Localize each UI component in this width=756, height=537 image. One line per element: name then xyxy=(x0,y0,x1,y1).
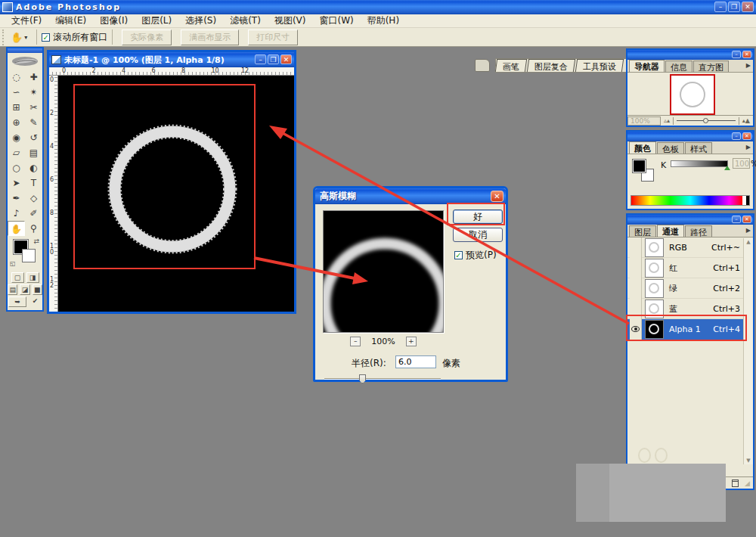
eraser-tool[interactable]: ▱ xyxy=(8,145,25,160)
visibility-toggle[interactable] xyxy=(630,299,642,319)
navigator-tab-2[interactable]: 信息 xyxy=(665,61,692,72)
navigator-zoom-slider[interactable] xyxy=(673,117,739,125)
color-tab-3[interactable]: 样式 xyxy=(685,142,712,154)
tool-preset-caret-icon[interactable]: ▾ xyxy=(24,34,27,41)
healing-brush-tool[interactable]: ⊕ xyxy=(8,115,25,130)
palette-menu-icon[interactable]: ▶ xyxy=(746,227,751,234)
magic-wand-tool[interactable]: ✴ xyxy=(25,85,42,100)
brushes-file-icon[interactable] xyxy=(475,59,490,72)
channels-tab-1[interactable]: 图层 xyxy=(629,225,656,237)
palette-close-button[interactable]: ✕ xyxy=(742,132,751,140)
document-titlebar[interactable]: 未标题-1 @ 100% (图层 1, Alpha 1/8) – ❐ ✕ xyxy=(49,52,294,67)
zoom-out-icon[interactable]: ▵▴ xyxy=(664,117,670,124)
ok-button[interactable]: 好 xyxy=(453,210,503,224)
elliptical-marquee-tool[interactable]: ◌ xyxy=(8,70,25,85)
move-tool[interactable]: ✚ xyxy=(25,70,42,85)
well-tab[interactable]: 画笔 xyxy=(495,59,527,72)
navigator-proxy-view[interactable] xyxy=(670,74,715,115)
color-tab-2[interactable]: 色板 xyxy=(657,142,684,154)
channels-scrollbar[interactable]: ▲ ▼ xyxy=(743,238,753,464)
palette-minimize-button[interactable]: – xyxy=(732,216,741,223)
zoom-in-icon[interactable]: ▴▲ xyxy=(742,117,750,124)
menu-item[interactable]: 窗口(W) xyxy=(312,14,360,28)
delete-channel-icon[interactable] xyxy=(732,480,739,487)
menu-item[interactable]: 选择(S) xyxy=(178,14,223,28)
doc-close-button[interactable]: ✕ xyxy=(280,54,292,64)
palette-titlebar[interactable]: – ✕ xyxy=(627,50,753,60)
channel-row[interactable]: 绿Ctrl+2 xyxy=(627,278,753,299)
palette-minimize-button[interactable]: – xyxy=(732,132,741,140)
jump-to-imageready-button[interactable]: ➥ xyxy=(8,296,26,307)
fullscreen-button[interactable]: ■ xyxy=(33,284,42,295)
channels-tab-3[interactable]: 路径 xyxy=(685,225,712,237)
k-slider-thumb[interactable] xyxy=(724,166,730,170)
dialog-close-button[interactable]: ✕ xyxy=(491,191,503,202)
minimize-button[interactable]: – xyxy=(714,2,727,12)
zoom-preset-button[interactable]: 实际像素 xyxy=(122,29,172,45)
audio-annotation-tool[interactable]: ♪ xyxy=(8,206,25,221)
shape-tool[interactable]: ◇ xyxy=(25,191,42,206)
visibility-toggle[interactable] xyxy=(630,319,642,340)
menu-item[interactable]: 图层(L) xyxy=(135,14,178,28)
checkbox-checked-icon[interactable]: ✓ xyxy=(454,251,463,259)
navigator-tab-3[interactable]: 直方图 xyxy=(693,61,729,72)
close-button[interactable]: ✕ xyxy=(742,2,754,12)
menu-item[interactable]: 编辑(E) xyxy=(48,14,93,28)
dodge-tool[interactable]: ◐ xyxy=(25,160,42,175)
history-brush-tool[interactable]: ↺ xyxy=(25,130,42,145)
palette-menu-icon[interactable]: ▶ xyxy=(746,62,751,69)
channel-row[interactable]: 红Ctrl+1 xyxy=(627,258,753,278)
channels-tab-2[interactable]: 通道 xyxy=(657,225,684,237)
type-tool[interactable]: T xyxy=(25,175,42,191)
lasso-tool[interactable]: ∽ xyxy=(8,85,25,100)
slider-thumb[interactable] xyxy=(703,118,708,123)
color-spectrum-ramp[interactable] xyxy=(631,195,750,206)
background-color-swatch[interactable] xyxy=(22,249,36,262)
channel-row[interactable]: 蓝Ctrl+3 xyxy=(627,299,753,319)
radius-slider[interactable] xyxy=(324,374,441,383)
scroll-all-windows-checkbox[interactable]: ✓ 滚动所有窗口 xyxy=(42,31,107,44)
menu-item[interactable]: 文件(F) xyxy=(5,14,48,28)
palette-menu-icon[interactable]: ▶ xyxy=(746,144,751,151)
foreground-color-swatch[interactable] xyxy=(632,159,646,173)
resize-grip-icon[interactable]: ◢ xyxy=(745,480,750,487)
photoshop-feather-logo[interactable] xyxy=(8,53,42,70)
fullscreen-menubar-button[interactable]: ◪ xyxy=(20,284,29,295)
dialog-titlebar[interactable]: 高斯模糊 ✕ xyxy=(315,188,506,204)
crop-tool[interactable]: ⊞ xyxy=(8,100,25,115)
swap-colors-icon[interactable]: ⇄ xyxy=(33,237,39,245)
navigator-zoom-value[interactable]: 100% xyxy=(627,116,661,126)
zoom-out-button[interactable]: – xyxy=(350,337,361,346)
blur-preview[interactable] xyxy=(323,210,444,333)
pen-tool[interactable]: ✒ xyxy=(8,191,25,206)
hand-tool[interactable]: ✋ xyxy=(8,221,25,236)
blur-tool[interactable]: ○ xyxy=(8,160,25,175)
doc-restore-button[interactable]: ❐ xyxy=(268,54,279,64)
eyedropper-tool[interactable]: ✐ xyxy=(25,206,42,221)
menu-item[interactable]: 图像(I) xyxy=(93,14,135,28)
k-slider[interactable] xyxy=(671,160,728,167)
doc-minimize-button[interactable]: – xyxy=(255,54,266,64)
zoom-tool[interactable]: ⚲ xyxy=(25,221,42,236)
slider-thumb[interactable] xyxy=(359,374,366,383)
visibility-toggle[interactable] xyxy=(630,278,642,299)
black-swatch[interactable] xyxy=(746,196,749,205)
visibility-toggle[interactable] xyxy=(630,237,642,258)
scroll-up-icon[interactable]: ▲ xyxy=(744,239,753,245)
well-tab[interactable]: 工具预设 xyxy=(575,59,624,72)
gradient-tool[interactable]: ▤ xyxy=(25,145,42,160)
channel-row[interactable]: Alpha 1Ctrl+4 xyxy=(627,319,753,340)
well-tab[interactable]: 图层复合 xyxy=(527,59,575,72)
radius-input[interactable] xyxy=(395,355,436,368)
hand-tool-icon[interactable]: ✋ xyxy=(11,32,23,43)
path-selection-tool[interactable]: ➤ xyxy=(8,175,25,191)
menu-item[interactable]: 视图(V) xyxy=(268,14,313,28)
checkbox-checked-icon[interactable]: ✓ xyxy=(42,33,50,42)
standard-screen-button[interactable]: ▤ xyxy=(8,284,17,295)
brush-tool[interactable]: ✎ xyxy=(25,115,42,130)
zoom-preset-button[interactable]: 打印尺寸 xyxy=(248,29,298,45)
visibility-toggle[interactable] xyxy=(630,258,642,278)
scroll-down-icon[interactable]: ▼ xyxy=(744,458,753,464)
palette-titlebar[interactable]: – ✕ xyxy=(627,215,753,225)
menu-item[interactable]: 帮助(H) xyxy=(361,14,406,28)
